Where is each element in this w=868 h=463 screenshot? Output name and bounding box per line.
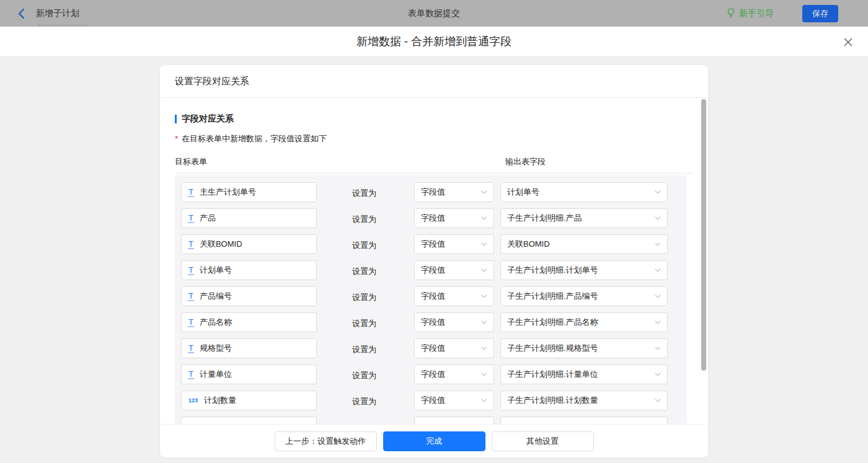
field-type-icon: T xyxy=(188,188,194,197)
value-mode-select[interactable] xyxy=(414,417,494,424)
guide-label: 新手引导 xyxy=(739,8,774,19)
card-body: 字段对应关系 *在目标表单中新增数据，字段值设置如下 目标表单 输出表字段 T … xyxy=(160,98,708,424)
value-mode-select[interactable]: 字段值 xyxy=(414,338,494,358)
chevron-down-icon xyxy=(481,242,487,246)
target-field-label: 产品 xyxy=(200,213,216,224)
output-field-select[interactable]: 关联BOMID xyxy=(500,234,668,254)
node-title: 表单数据提交 xyxy=(408,0,460,27)
chevron-down-icon xyxy=(655,268,661,272)
vertical-scrollbar[interactable] xyxy=(701,99,706,371)
target-field-input[interactable]: T 规格型号 xyxy=(181,338,317,358)
field-mapping-row: T 产品 设置为 字段值 子生产计划明细.产品 xyxy=(181,208,687,228)
finish-button[interactable]: 完成 xyxy=(383,431,485,451)
value-mode-select[interactable]: 字段值 xyxy=(414,182,494,202)
output-field-value: 子生产计划明细.产品编号 xyxy=(507,291,598,302)
field-type-icon: 123 xyxy=(188,397,198,405)
set-as-label: 设置为 xyxy=(352,370,376,381)
beginner-guide-link[interactable]: 新手引导 xyxy=(727,0,774,27)
flow-title: 新增子计划 xyxy=(36,8,79,19)
save-button[interactable]: 保存 xyxy=(802,5,838,22)
field-mapping-row: T 规格型号 设置为 字段值 子生产计划明细.规格型号 xyxy=(181,338,687,358)
flow-title-underline xyxy=(38,25,87,25)
field-mapping-row: T 计划单号 设置为 字段值 子生产计划明细.计划单号 xyxy=(181,260,687,280)
target-field-label: 产品名称 xyxy=(200,317,232,328)
column-header-output-field: 输出表字段 xyxy=(505,156,546,167)
value-mode-select[interactable]: 字段值 xyxy=(414,234,494,254)
output-field-value: 子生产计划明细.计量单位 xyxy=(507,369,598,380)
value-mode-select[interactable]: 字段值 xyxy=(414,364,494,384)
back-button[interactable]: 新增子计划 xyxy=(17,0,79,27)
output-field-select[interactable] xyxy=(500,417,668,424)
target-field-input[interactable]: T 产品 xyxy=(181,208,317,228)
set-as-label: 设置为 xyxy=(352,396,376,407)
value-mode-value: 字段值 xyxy=(421,291,445,302)
field-type-icon: T xyxy=(188,214,194,223)
column-header-target-form: 目标表单 xyxy=(175,156,207,167)
card-footer: 上一步：设置触发动作 完成 其他设置 xyxy=(160,424,708,457)
target-field-input[interactable]: T 产品编号 xyxy=(181,286,317,306)
value-mode-value: 字段值 xyxy=(421,369,445,380)
top-bar: 新增子计划 表单数据提交 新手引导 保存 xyxy=(0,0,868,27)
value-mode-select[interactable]: 字段值 xyxy=(414,390,494,410)
output-field-value: 关联BOMID xyxy=(507,239,550,250)
required-mark: * xyxy=(175,134,178,143)
value-mode-value: 字段值 xyxy=(421,187,445,198)
set-as-label: 设置为 xyxy=(352,292,376,303)
output-field-select[interactable]: 子生产计划明细.规格型号 xyxy=(500,338,668,358)
target-field-input[interactable]: T 计划单号 xyxy=(181,260,317,280)
output-field-select[interactable]: 子生产计划明细.计划单号 xyxy=(500,260,668,280)
output-field-value: 计划单号 xyxy=(507,187,539,198)
target-field-input[interactable]: 123 计划数量 xyxy=(181,390,317,410)
output-field-value: 子生产计划明细.计划数量 xyxy=(507,395,598,406)
value-mode-select[interactable]: 字段值 xyxy=(414,260,494,280)
target-field-input[interactable]: T 关联BOMID xyxy=(181,234,317,254)
set-as-label: 设置为 xyxy=(352,240,376,251)
chevron-down-icon xyxy=(481,268,487,272)
output-field-select[interactable]: 子生产计划明细.计划数量 xyxy=(500,390,668,410)
field-mapping-row: T 主生产计划单号 设置为 字段值 计划单号 xyxy=(181,182,687,202)
target-field-input[interactable]: T 产品名称 xyxy=(181,312,317,332)
field-type-icon: T xyxy=(188,240,194,249)
value-mode-value: 字段值 xyxy=(421,239,445,250)
value-mode-value: 字段值 xyxy=(421,395,445,406)
output-field-select[interactable]: 计划单号 xyxy=(500,182,668,202)
chevron-down-icon xyxy=(481,320,487,324)
value-mode-select[interactable]: 字段值 xyxy=(414,312,494,332)
chevron-down-icon xyxy=(655,294,661,298)
target-field-input[interactable]: T 计量单位 xyxy=(181,364,317,384)
output-field-select[interactable]: 子生产计划明细.产品名称 xyxy=(500,312,668,332)
set-as-label: 设置为 xyxy=(352,266,376,277)
card-title: 设置字段对应关系 xyxy=(160,65,708,98)
value-mode-value: 字段值 xyxy=(421,265,445,276)
chevron-down-icon xyxy=(655,242,661,246)
close-icon[interactable] xyxy=(843,37,853,47)
target-field-label: 计量单位 xyxy=(200,369,232,380)
set-as-label: 设置为 xyxy=(352,318,376,329)
set-as-label: 设置为 xyxy=(352,214,376,225)
output-field-value: 子生产计划明细.计划单号 xyxy=(507,265,598,276)
section-note: *在目标表单中新增数据，字段值设置如下 xyxy=(175,133,708,144)
section-title-label: 字段对应关系 xyxy=(182,113,234,125)
field-type-icon: T xyxy=(188,266,194,275)
output-field-select[interactable]: 子生产计划明细.计量单位 xyxy=(500,364,668,384)
chevron-left-icon xyxy=(17,8,25,19)
target-field-label: 产品编号 xyxy=(200,291,232,302)
value-mode-value: 字段值 xyxy=(421,213,445,224)
target-field-input[interactable] xyxy=(181,417,317,424)
output-field-select[interactable]: 子生产计划明细.产品 xyxy=(500,208,668,228)
modal-title: 新增数据 - 合并新增到普通字段 xyxy=(356,27,512,57)
output-field-value: 子生产计划明细.产品名称 xyxy=(507,317,598,328)
output-field-select[interactable]: 子生产计划明细.产品编号 xyxy=(500,286,668,306)
value-mode-value: 字段值 xyxy=(421,317,445,328)
value-mode-select[interactable]: 字段值 xyxy=(414,286,494,306)
set-as-label: 设置为 xyxy=(352,344,376,355)
value-mode-select[interactable]: 字段值 xyxy=(414,208,494,228)
output-field-value: 子生产计划明细.产品 xyxy=(507,213,582,224)
target-field-label: 规格型号 xyxy=(200,343,232,354)
target-field-label: 主生产计划单号 xyxy=(200,187,256,198)
chevron-down-icon xyxy=(655,346,661,350)
chevron-down-icon xyxy=(655,190,661,194)
other-settings-button[interactable]: 其他设置 xyxy=(492,431,594,451)
previous-step-button[interactable]: 上一步：设置触发动作 xyxy=(275,431,377,451)
target-field-input[interactable]: T 主生产计划单号 xyxy=(181,182,317,202)
